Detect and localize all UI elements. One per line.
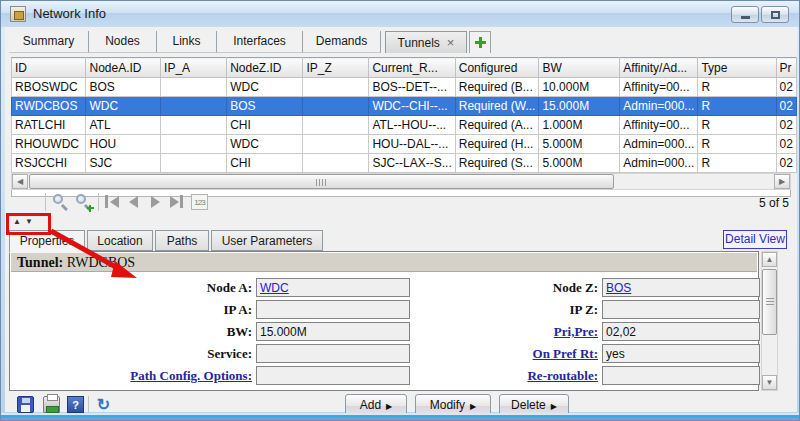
vertical-scroll-thumb[interactable]: [762, 269, 777, 335]
col-nodea[interactable]: NodeA.ID: [86, 58, 161, 78]
cell[interactable]: ATL--HOU--...: [369, 116, 455, 135]
cell[interactable]: Required (W...: [455, 97, 539, 116]
on-pref-rt-label-link[interactable]: On Pref Rt:: [420, 346, 598, 362]
tab-summary[interactable]: Summary: [9, 31, 89, 53]
col-affinity[interactable]: Affinity/Ad...: [620, 58, 698, 78]
tab-close-icon[interactable]: ×: [447, 35, 455, 50]
cell[interactable]: Admin=000...: [620, 97, 698, 116]
add-tab-button[interactable]: [469, 31, 491, 53]
col-type[interactable]: Type: [698, 58, 776, 78]
tab-interfaces[interactable]: Interfaces: [217, 31, 303, 53]
cell[interactable]: R: [698, 154, 776, 173]
tab-paths[interactable]: Paths: [155, 230, 209, 251]
cell[interactable]: [161, 78, 227, 97]
cell[interactable]: Affinity=00...: [620, 78, 698, 97]
re-routable-label-link[interactable]: Re-routable:: [420, 368, 598, 384]
cell[interactable]: RSJCCHI: [12, 154, 86, 173]
last-record-icon[interactable]: [169, 195, 185, 209]
cell[interactable]: Required (S...: [455, 154, 539, 173]
tab-location[interactable]: Location: [87, 230, 153, 251]
cell[interactable]: [161, 97, 227, 116]
node-a-link[interactable]: WDC: [260, 281, 289, 295]
cell[interactable]: WDC: [227, 135, 303, 154]
node-z-link[interactable]: BOS: [606, 281, 631, 295]
titlebar[interactable]: Network Info: [1, 1, 800, 27]
col-configured[interactable]: Configured: [455, 58, 539, 78]
cell[interactable]: HOU: [86, 135, 161, 154]
cell[interactable]: Admin=000...: [620, 154, 698, 173]
cell[interactable]: Admin=000...: [620, 135, 698, 154]
cell[interactable]: 5.000M: [539, 154, 620, 173]
cell[interactable]: BOS: [86, 78, 161, 97]
cell[interactable]: BOS: [227, 97, 303, 116]
cell[interactable]: [303, 116, 369, 135]
col-ipz[interactable]: IP_Z: [303, 58, 369, 78]
cell[interactable]: Affinity=00...: [620, 116, 698, 135]
zoom-icon[interactable]: [52, 193, 70, 211]
vertical-scrollbar[interactable]: ▲ ▼: [761, 251, 778, 391]
cell[interactable]: [161, 116, 227, 135]
cell[interactable]: R: [698, 135, 776, 154]
cell[interactable]: RWDCBOS: [12, 97, 86, 116]
path-config-options-label-link[interactable]: Path Config. Options:: [30, 368, 252, 384]
cell[interactable]: 10.000M: [539, 78, 620, 97]
col-bw[interactable]: BW: [539, 58, 620, 78]
cell[interactable]: R: [698, 97, 776, 116]
detail-view-link[interactable]: Detail View: [723, 230, 787, 249]
tab-nodes[interactable]: Nodes: [89, 31, 157, 53]
refresh-icon[interactable]: ↻: [95, 396, 112, 413]
pri-pre-label-link[interactable]: Pri,Pre:: [420, 324, 598, 340]
cell[interactable]: 1.000M: [539, 116, 620, 135]
cell[interactable]: ATL: [86, 116, 161, 135]
cell[interactable]: WDC: [86, 97, 161, 116]
minimize-button[interactable]: [731, 6, 759, 23]
cell[interactable]: CHI: [227, 116, 303, 135]
cell[interactable]: [303, 97, 369, 116]
cell[interactable]: 02: [776, 116, 796, 135]
tab-user-parameters[interactable]: User Parameters: [211, 230, 323, 251]
cell[interactable]: WDC: [227, 78, 303, 97]
table-row[interactable]: RBOSWDCBOSWDCBOS--DET--...Required (B...…: [12, 78, 797, 97]
cell[interactable]: RHOUWDC: [12, 135, 86, 154]
print-icon[interactable]: [43, 396, 60, 413]
col-current-route[interactable]: Current_R...: [369, 58, 455, 78]
cell[interactable]: [303, 135, 369, 154]
cell[interactable]: Required (A...: [455, 116, 539, 135]
zoom-plus-icon[interactable]: [75, 193, 93, 211]
cell[interactable]: R: [698, 116, 776, 135]
cell[interactable]: SJC: [86, 154, 161, 173]
cell[interactable]: 02: [776, 135, 796, 154]
table-row[interactable]: RATLCHIATLCHIATL--HOU--...Required (A...…: [12, 116, 797, 135]
table-row[interactable]: RHOUWDCHOUWDCHOU--DAL--...Required (H...…: [12, 135, 797, 154]
col-nodez[interactable]: NodeZ.ID: [227, 58, 303, 78]
cell[interactable]: BOS--DET--...: [369, 78, 455, 97]
table-row[interactable]: RSJCCHISJCCHISJC--LAX--S...Required (S..…: [12, 154, 797, 173]
scroll-right-icon[interactable]: ▶: [774, 174, 790, 189]
col-ipa[interactable]: IP_A: [161, 58, 227, 78]
cell[interactable]: WDC--CHI--...: [369, 97, 455, 116]
next-record-icon[interactable]: [149, 195, 165, 209]
col-pr[interactable]: Pr: [776, 58, 796, 78]
cell[interactable]: Required (B...: [455, 78, 539, 97]
scroll-down-icon[interactable]: ▼: [762, 375, 777, 390]
tab-links[interactable]: Links: [157, 31, 217, 53]
horizontal-scrollbar[interactable]: ◀ ▶: [11, 173, 791, 190]
col-id[interactable]: ID: [12, 58, 86, 78]
first-record-icon[interactable]: [105, 195, 121, 209]
cell[interactable]: 15.000M: [539, 97, 620, 116]
cell[interactable]: RATLCHI: [12, 116, 86, 135]
cell[interactable]: Required (H...: [455, 135, 539, 154]
scroll-up-icon[interactable]: ▲: [762, 252, 777, 267]
cell[interactable]: [161, 154, 227, 173]
row-numbers-icon[interactable]: 123: [191, 194, 208, 210]
cell[interactable]: 02: [776, 78, 796, 97]
table-row-selected[interactable]: RWDCBOSWDCBOSWDC--CHI--...Required (W...…: [12, 97, 797, 116]
horizontal-scroll-thumb[interactable]: [29, 174, 614, 189]
cell[interactable]: HOU--DAL--...: [369, 135, 455, 154]
cell[interactable]: [161, 135, 227, 154]
save-icon[interactable]: [17, 396, 34, 413]
cell[interactable]: SJC--LAX--S...: [369, 154, 455, 173]
help-icon[interactable]: ?: [67, 396, 84, 413]
previous-record-icon[interactable]: [127, 195, 143, 209]
cell[interactable]: 02: [776, 97, 796, 116]
